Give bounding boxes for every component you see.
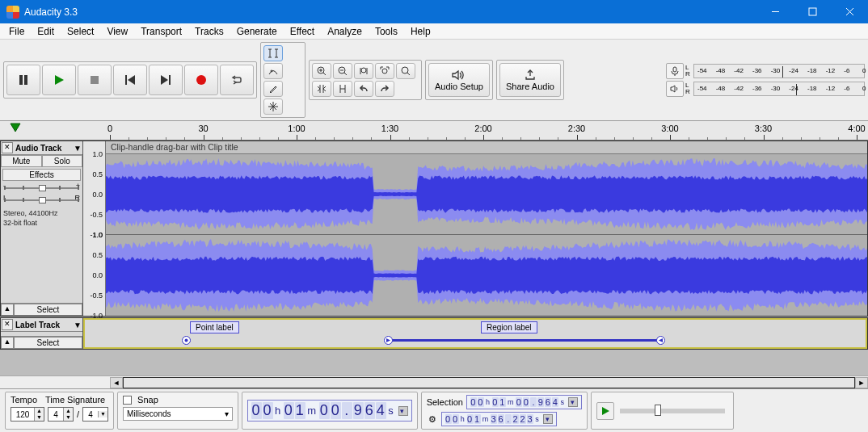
- draw-tool-button[interactable]: [263, 81, 283, 97]
- snap-unit-select[interactable]: Milliseconds▾: [123, 407, 233, 421]
- label-track-close-button[interactable]: ✕: [2, 319, 13, 330]
- clip-header[interactable]: Clip-handle drag-bar with Clip title: [106, 141, 867, 154]
- audio-track: ✕ Audio Track ▼ Mute Solo Effects - + L …: [0, 141, 868, 317]
- timeline-ruler[interactable]: 0301:001:302:002:303:003:304:00: [0, 121, 868, 141]
- timesig-numerator[interactable]: ▲▼: [48, 407, 74, 422]
- waveform-right[interactable]: [106, 235, 867, 316]
- menu-file[interactable]: File: [3, 25, 30, 38]
- waveform-area[interactable]: Clip-handle drag-bar with Clip title: [106, 141, 867, 316]
- pause-button[interactable]: [6, 65, 40, 95]
- svg-line-25: [323, 73, 326, 75]
- scroll-left-button[interactable]: ◄: [110, 377, 123, 388]
- region-label-bar[interactable]: [388, 339, 659, 342]
- playback-meter-button[interactable]: [666, 81, 684, 97]
- scroll-right-button[interactable]: ►: [855, 377, 868, 388]
- skip-start-button[interactable]: [113, 65, 147, 95]
- snap-checkbox[interactable]: [123, 396, 132, 405]
- gain-slider[interactable]: - +: [4, 183, 79, 193]
- label-area[interactable]: Point label Region label: [83, 318, 867, 349]
- track-close-button[interactable]: ✕: [2, 142, 13, 153]
- svg-rect-11: [169, 75, 171, 85]
- selection-end-timecode[interactable]: 00h01m36.223s▾: [441, 412, 557, 426]
- playhead-icon[interactable]: [10, 123, 21, 132]
- multi-tool-button[interactable]: [263, 99, 283, 115]
- region-end-handle[interactable]: [656, 336, 665, 345]
- svg-rect-4: [19, 75, 23, 85]
- region-label[interactable]: Region label: [481, 321, 537, 333]
- label-track-select-button[interactable]: Select: [14, 337, 82, 349]
- transport-toolbar: [3, 61, 257, 99]
- svg-point-28: [339, 67, 345, 73]
- menu-effect[interactable]: Effect: [284, 25, 320, 38]
- skip-end-button[interactable]: [149, 65, 183, 95]
- record-button[interactable]: [184, 65, 218, 95]
- main-timecode[interactable]: 00h01m00.964s▾: [247, 400, 412, 422]
- selection-start-timecode[interactable]: 00h01m00.964s▾: [466, 395, 582, 409]
- envelope-tool-button[interactable]: [263, 63, 283, 79]
- selection-tool-button[interactable]: [263, 45, 283, 61]
- svg-point-49: [185, 339, 188, 342]
- audio-setup-button[interactable]: Audio Setup: [428, 63, 490, 97]
- snap-label: Snap: [137, 395, 158, 405]
- waveform-left[interactable]: [106, 154, 867, 235]
- trim-button[interactable]: [312, 81, 331, 97]
- close-button[interactable]: [831, 0, 868, 23]
- collapse-button[interactable]: ▲: [1, 304, 14, 316]
- track-empty-space[interactable]: [0, 350, 868, 375]
- record-meter-button[interactable]: [666, 63, 684, 79]
- undo-button[interactable]: [354, 81, 373, 97]
- mute-button[interactable]: Mute: [1, 155, 42, 167]
- label-collapse-button[interactable]: ▲: [1, 337, 14, 349]
- menu-transport[interactable]: Transport: [135, 25, 188, 38]
- playback-meter[interactable]: -54-48-42-36-30-24-18-12-60: [693, 82, 865, 96]
- silence-button[interactable]: [333, 81, 352, 97]
- menu-edit[interactable]: Edit: [32, 25, 60, 38]
- minimize-button[interactable]: [756, 0, 794, 23]
- audio-setup-label: Audio Setup: [435, 82, 483, 91]
- audio-track-panel: ✕ Audio Track ▼ Mute Solo Effects - + L …: [1, 141, 83, 316]
- menu-tools[interactable]: Tools: [369, 25, 403, 38]
- zoom-out-button[interactable]: [333, 63, 352, 79]
- stop-button[interactable]: [78, 65, 112, 95]
- play-at-speed-button[interactable]: [596, 402, 614, 420]
- track-menu-button[interactable]: ▼: [73, 144, 82, 153]
- track-name[interactable]: Audio Track: [14, 144, 73, 153]
- scroll-track[interactable]: [123, 377, 855, 388]
- tempo-input[interactable]: ▲▼: [11, 407, 44, 422]
- play-button[interactable]: [42, 65, 76, 95]
- label-track-name[interactable]: Label Track: [14, 321, 73, 329]
- solo-button[interactable]: Solo: [42, 155, 83, 167]
- zoom-in-button[interactable]: [312, 63, 331, 79]
- menu-generate[interactable]: Generate: [231, 25, 283, 38]
- point-label[interactable]: Point label: [190, 321, 239, 333]
- timesig-denominator[interactable]: ▼: [82, 407, 108, 422]
- loop-button[interactable]: [220, 65, 254, 95]
- menu-view[interactable]: View: [101, 25, 133, 38]
- fit-selection-button[interactable]: [354, 63, 373, 79]
- playback-speed-slider[interactable]: [620, 409, 725, 413]
- track-format-2: 32-bit float: [1, 217, 82, 229]
- ruler-tick-label: 1:30: [381, 124, 398, 133]
- svg-point-34: [382, 69, 387, 73]
- region-start-handle[interactable]: [384, 336, 393, 345]
- share-audio-button[interactable]: Share Audio: [499, 63, 561, 97]
- point-label-handle[interactable]: [182, 336, 191, 345]
- redo-button[interactable]: [375, 81, 394, 97]
- svg-marker-46: [671, 86, 675, 92]
- track-select-button[interactable]: Select: [14, 304, 82, 316]
- recording-meter[interactable]: -54-48-42-36-30-24-18-12-60: [693, 64, 865, 78]
- zoom-toggle-button[interactable]: [396, 63, 415, 79]
- vertical-scale[interactable]: 1.00.50.0-0.5-1.01.00.50.0-0.5-1.0: [83, 141, 106, 316]
- selection-settings-button[interactable]: ⚙: [427, 414, 438, 425]
- menu-help[interactable]: Help: [405, 25, 436, 38]
- fit-project-button[interactable]: [375, 63, 394, 79]
- maximize-button[interactable]: [794, 0, 831, 23]
- label-track-menu-button[interactable]: ▼: [73, 321, 82, 329]
- menu-tracks[interactable]: Tracks: [189, 25, 230, 38]
- effects-button[interactable]: Effects: [2, 169, 81, 181]
- pan-slider[interactable]: L R: [4, 195, 79, 205]
- menu-analyze[interactable]: Analyze: [322, 25, 368, 38]
- horizontal-scrollbar[interactable]: ◄ ►: [0, 375, 868, 388]
- ruler-tick-label: 1:00: [288, 124, 305, 133]
- menu-select[interactable]: Select: [61, 25, 99, 38]
